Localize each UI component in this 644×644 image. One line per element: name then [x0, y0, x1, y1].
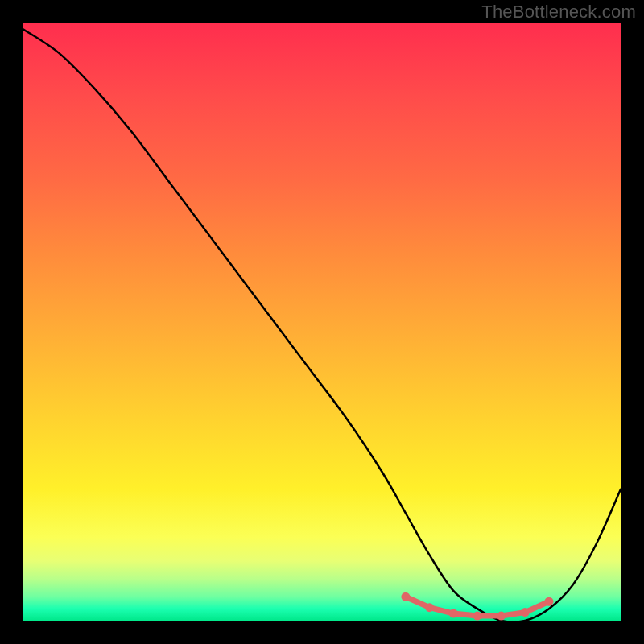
optimal-zone-dot	[544, 597, 553, 606]
optimal-zone-dot	[401, 592, 410, 601]
plot-area	[23, 23, 621, 621]
watermark-text: TheBottleneck.com	[481, 2, 636, 23]
bottleneck-curve-svg	[23, 23, 621, 621]
optimal-zone-dot	[473, 612, 481, 621]
optimal-zone-dot	[521, 608, 530, 617]
optimal-zone-dot	[497, 612, 506, 621]
bottleneck-curve-line	[23, 29, 621, 621]
optimal-zone-markers	[401, 592, 553, 621]
optimal-zone-dot	[449, 609, 458, 618]
chart-frame: TheBottleneck.com	[0, 0, 644, 644]
optimal-zone-dot	[425, 603, 434, 612]
